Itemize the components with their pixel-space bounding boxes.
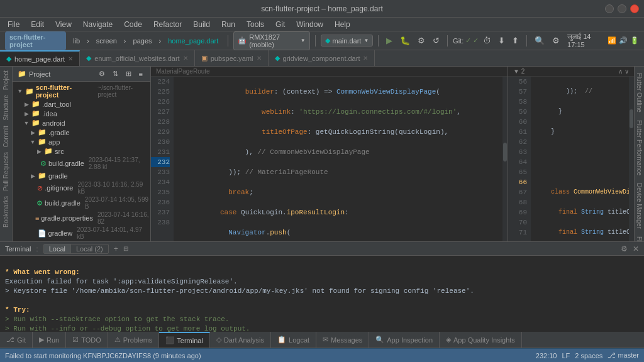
close-tab-icon[interactable]: ✕ [68,55,73,62]
tree-item-gradle-sub[interactable]: ▶ 📁 .gradle [13,128,150,137]
tree-item-build-gradle-app[interactable]: ▶ ⚙ build.gradle 2023-04-15 21:37, 2.88 … [13,156,150,171]
right-code-content[interactable]: 56 57 58 59 60 61 62 63 64 65 66 67 68 6… [508,77,634,241]
tab-app-inspection[interactable]: 🔍 App Inspection [369,332,440,348]
close-tab-icon-2[interactable]: ✕ [183,55,188,62]
sidebar-item-project[interactable]: Project [1,68,11,92]
right-breadcrumb: ▼ 2 ∧ ∨ [508,67,634,77]
tree-item-root[interactable]: ▼ 📁 scn-flutter-project ~/scn-flutter-pr… [13,83,150,99]
minimize-button[interactable] [605,4,614,13]
tree-item-gradlew-bat[interactable]: ▶ 📄 gradlew.bat 2023-03-10 16:16, 2.31 k… [13,241,150,241]
scroll-indicator-left[interactable] [502,77,508,241]
device-selector[interactable]: 🤖 RMX1827 (mobile) ▼ [233,31,309,50]
indent-setting[interactable]: 2 spaces [575,352,602,359]
close-tab-icon-3[interactable]: ✕ [257,55,262,62]
tree-item-src[interactable]: ▶ 📁 src [13,146,150,156]
breadcrumb-pages[interactable]: pages [129,35,157,47]
dart-tab-icon: ◆ [6,55,11,63]
menu-view[interactable]: View [50,19,77,30]
tab-home-page[interactable]: ◆ home_page.dart ✕ [0,50,80,66]
line-numbers-right: 56 57 58 59 60 61 62 63 64 65 66 67 68 6… [508,77,531,241]
tab-git[interactable]: ⎇ Git [0,332,33,348]
sidebar-item-structure[interactable]: Structure [1,92,11,123]
tree-item-gradle-folder[interactable]: ▶ 📁 gradle [13,171,150,180]
sidebar-item-pull-requests[interactable]: Pull Requests [1,150,11,194]
tab-enum-official[interactable]: ◆ enum_official_websites.dart ✕ [80,50,195,66]
settings-button[interactable]: ⚙ [550,35,562,47]
tree-item-app[interactable]: ▼ 📁 app [13,137,150,146]
cursor-position[interactable]: 232:10 [536,352,557,359]
tree-item-dart-tool[interactable]: ▶ 📁 .dart_tool [13,99,150,109]
tab-gridview[interactable]: ◆ gridview_component.dart ✕ [269,50,375,66]
sort-icon[interactable]: ⇅ [110,69,121,79]
tab-pubspec[interactable]: ▣ pubspec.yaml ✕ [195,50,269,66]
menu-edit[interactable]: Edit [26,19,49,30]
sidebar-item-bookmarks[interactable]: Bookmarks [1,194,11,230]
debug-button[interactable]: 🐛 [397,35,413,47]
main-dart-selector[interactable]: ◆ main.dart ▼ [321,35,374,47]
git-pull[interactable]: ⬇ [496,35,508,47]
gear-icon[interactable]: ⚙ [96,69,108,79]
tree-item-android[interactable]: ▼ 📁 android [13,118,150,128]
tree-item-gradlew[interactable]: ▶ 📄 gradlew 2023-07-14 14:01, 4.97 kB [13,226,150,241]
run-button[interactable]: ▶ [384,35,395,47]
tab-logcat[interactable]: 📋 Logcat [271,332,316,348]
sync-button[interactable]: ↺ [430,35,442,47]
split-terminal-button[interactable]: ⊟ [123,245,128,252]
menu-code[interactable]: Code [119,19,147,30]
tab-run[interactable]: ▶ Run [33,332,66,348]
settings-icon[interactable]: ≡ [136,69,145,79]
flutter-performance-tab[interactable]: Flutter Performance [635,116,644,179]
close-button[interactable] [630,4,639,13]
menu-build[interactable]: Build [188,19,215,30]
sidebar-item-commit[interactable]: Commit [1,123,11,150]
tab-dart-analysis[interactable]: ◇ Dart Analysis [210,332,271,348]
menu-navigate[interactable]: Navigate [78,19,118,30]
status-bar: Failed to start monitoring KFNBPJC6ZDAYI… [0,348,644,362]
close-tab-icon-4[interactable]: ✕ [363,55,368,62]
project-name-label[interactable]: scn-flutter-project [5,31,66,50]
scroll-indicator-right[interactable] [629,77,634,241]
right-vertical-strip: Flutter Outline Flutter Performance Devi… [634,67,644,241]
tree-item-build-gradle[interactable]: ▶ ⚙ build.gradle 2023-07-14 14:05, 599 B [13,195,150,211]
search-button[interactable]: 🔍 [532,35,547,47]
terminal-local2-tab[interactable]: Local (2) [71,244,108,253]
terminal-collapse-icon[interactable]: ✕ [633,244,639,253]
terminal-local-tab[interactable]: Local [44,244,71,253]
breadcrumb-lib[interactable]: lib [69,35,84,47]
breadcrumb-file[interactable]: home_page.dart [164,35,223,47]
menu-file[interactable]: File [3,19,25,30]
project-panel-header: 📁 Project ⚙ ⇅ ⊞ ≡ [13,67,150,82]
git-branch[interactable]: ⎇ master [608,351,639,359]
maximize-button[interactable] [618,4,626,13]
terminal-content[interactable]: * What went wrong: Execution failed for … [0,256,644,332]
device-manager-tab[interactable]: Device Manager [635,179,644,233]
menu-refactor[interactable]: Refactor [148,19,187,30]
tree-item-idea[interactable]: ▶ 📁 .idea [13,109,150,118]
git-history[interactable]: ⏱ [480,35,494,47]
dropdown-arrow: ▼ [301,38,306,43]
expand-icon[interactable]: ⊞ [123,69,134,79]
add-terminal-button[interactable]: + [114,244,118,253]
menu-window[interactable]: Window [291,19,328,30]
menu-help[interactable]: Help [330,19,355,30]
tab-messages[interactable]: ✉ Messages [316,332,369,348]
build-button[interactable]: ⚙ [415,35,428,47]
flutter-inspector-tab[interactable]: Flutter Inspector [635,233,644,241]
git-push[interactable]: ⬆ [509,35,521,47]
terminal-settings-icon[interactable]: ⚙ [621,244,628,253]
tree-item-gradle-props[interactable]: ▶ ≡ gradle.properties 2023-07-14 16:16, … [13,211,150,226]
left-code-content[interactable]: 224 225 226 227 228 229 230 231 232 233 … [151,77,508,241]
menu-tools[interactable]: Tools [242,19,269,30]
tree-item-gitignore[interactable]: ▶ ⊘ .gitignore 2023-03-10 16:16, 2.59 kB [13,180,150,195]
flutter-outline-tab[interactable]: Flutter Outline [635,69,644,116]
tab-problems[interactable]: ⚠ Problems [108,332,159,348]
tab-terminal[interactable]: ⬛ Terminal [159,332,210,348]
bottom-panel: Terminal : Local Local (2) + ⊟ ⚙ ✕ * Wha… [0,241,644,348]
tab-app-quality[interactable]: ◈ App Quality Insights [440,332,522,348]
editor-tab-bar: ◆ home_page.dart ✕ ◆ enum_official_websi… [0,50,644,67]
tab-todo[interactable]: ☑ TODO [66,332,108,348]
menu-run[interactable]: Run [216,19,240,30]
line-ending[interactable]: LF [562,352,570,359]
breadcrumb-screen[interactable]: screen [92,35,121,47]
menu-git[interactable]: Git [270,19,290,30]
